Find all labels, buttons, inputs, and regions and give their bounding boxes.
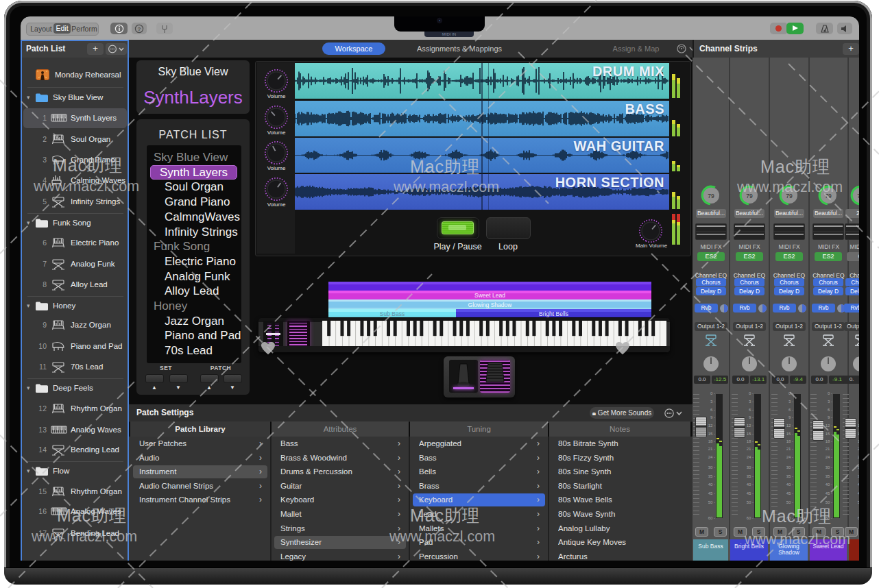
- svg-text:?: ?: [138, 26, 141, 32]
- svg-text:79: 79: [825, 193, 832, 199]
- svg-text:79: 79: [786, 193, 793, 199]
- svg-text:79: 79: [857, 193, 859, 199]
- svg-text:79: 79: [708, 193, 714, 199]
- svg-text:79: 79: [746, 193, 753, 199]
